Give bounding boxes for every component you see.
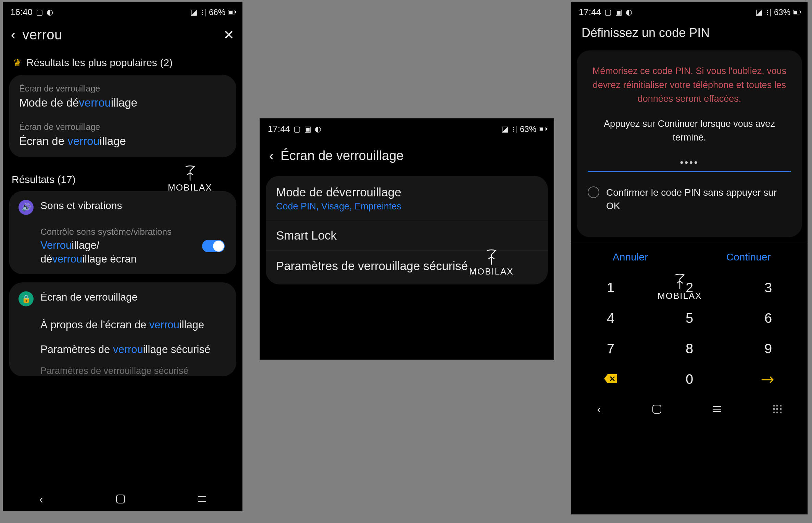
confirm-without-ok-option[interactable]: Confirmer le code PIN sans appuyer sur O… [586,184,792,230]
key-8[interactable]: 8 [650,333,729,364]
radio-icon [588,186,599,198]
popular-result-2[interactable]: Écran de verrouillage Écran de verrouill… [9,116,236,154]
group-header-lockscreen[interactable]: 🔒 Écran de verrouillage [9,285,236,313]
result-group-sounds: 🔊 Sons et vibrations Contrôle sons systè… [9,191,236,275]
key-7[interactable]: 7 [571,333,650,364]
status-messenger-icon: ◐ [47,8,53,17]
search-header: ‹ verrou ✕ [3,21,242,53]
sub-item-title: À propos de l'écran de verrouillage [40,318,227,332]
menu-secure-lock-settings[interactable]: Paramètres de verrouillage sécurisé [266,251,548,281]
key-0[interactable]: 0 [650,364,729,394]
status-time: 17:44 [268,124,290,134]
status-image-icon: ▢ [604,8,612,17]
battery-icon [228,10,235,14]
pin-entry-card: Mémorisez ce code PIN. Si vous l'oubliez… [577,50,802,237]
search-input[interactable]: verrou [22,27,216,42]
status-voicemail-icon: ▣ [615,8,622,17]
action-row: Annuler Continuer [571,243,808,271]
signal-icon: ⫶| [200,8,206,17]
sub-item-title: Verrouillage/ déverrouillage écran [40,239,227,266]
wifi-icon: ◪ [501,125,509,134]
secure-lock-settings-item[interactable]: Paramètres de verrouillage sécurisé [9,337,236,362]
page-title: Écran de verrouillage [280,148,403,163]
lock-icon: 🔒 [18,291,34,306]
cancel-button[interactable]: Annuler [571,243,689,271]
clear-search-icon[interactable]: ✕ [223,27,234,42]
result-group-lockscreen: 🔒 Écran de verrouillage À propos de l'éc… [9,282,236,376]
nav-home[interactable] [652,405,661,414]
status-messenger-icon: ◐ [315,125,321,134]
menu-item-title: Smart Lock [276,229,538,242]
menu-item-subtitle: Code PIN, Visage, Empreintes [276,201,538,212]
group-header-label: Sons et vibrations [40,200,227,211]
menu-item-title: Paramètres de verrouillage sécurisé [276,259,538,273]
status-battery-pct: 63% [774,8,790,17]
back-icon[interactable]: ‹ [269,148,274,163]
popular-results-card: Écran de verrouillage Mode de déverrouil… [9,75,236,157]
backspace-icon [603,374,618,384]
key-6[interactable]: 6 [729,303,808,333]
numeric-keypad: 1 2 3 4 5 6 7 8 9 0 [571,272,808,394]
radio-label: Confirmer le code PIN sans appuyer sur O… [606,186,791,212]
page-title: Définissez un code PIN [571,21,808,50]
nav-back[interactable]: ‹ [597,402,601,416]
signal-icon: ⫶| [765,8,771,17]
wifi-icon: ◪ [190,8,198,17]
crown-icon: ♛ [13,57,22,69]
status-battery-pct: 63% [520,124,536,134]
result-eyebrow: Écran de verrouillage [19,84,226,94]
menu-smart-lock[interactable]: Smart Lock [266,220,548,251]
key-4[interactable]: 4 [571,303,650,333]
faded-cutoff-item: Paramètres de verrouillage sécurisé [9,362,236,376]
sub-item-title: Paramètres de verrouillage sécurisé [40,343,227,356]
nav-recents[interactable] [198,496,206,502]
result-title: Écran de verrouillage [19,134,226,148]
continue-button[interactable]: Continuer [689,243,808,271]
arrow-right-icon [761,376,775,384]
menu-item-title: Mode de déverrouillage [276,185,538,199]
page-header: ‹ Écran de verrouillage [260,138,553,176]
nav-keyboard-switch[interactable] [773,405,782,414]
status-battery-pct: 66% [209,8,225,17]
status-time: 16:40 [10,7,33,17]
status-bar: 17:44 ▢ ▣ ◐ ◪ ⫶| 63% [260,119,553,138]
status-image-icon: ▢ [36,8,43,17]
group-header-sounds[interactable]: 🔊 Sons et vibrations [9,194,236,221]
pin-warning-text: Mémorisez ce code PIN. Si vous l'oubliez… [586,64,792,106]
nav-bar: ‹ [3,487,242,511]
screenshot-set-pin: 17:44 ▢ ▣ ◐ ◪ ⫶| 63% Définissez un code … [571,2,808,514]
popular-heading-label: Résultats les plus populaires (2) [26,57,173,69]
nav-recents[interactable] [713,406,721,412]
nav-back[interactable]: ‹ [39,492,43,506]
status-voicemail-icon: ▣ [304,125,311,134]
nav-home[interactable] [116,495,125,503]
result-eyebrow: Écran de verrouillage [19,122,226,132]
popular-heading: ♛ Résultats les plus populaires (2) [3,53,242,75]
status-bar: 16:40 ▢ ◐ ◪ ⫶| 66% [3,2,242,21]
sound-lock-toggle-item[interactable]: Contrôle sons système/vibrations Verroui… [9,221,236,272]
key-2[interactable]: 2 [650,272,729,303]
key-9[interactable]: 9 [729,333,808,364]
sound-lock-toggle[interactable] [202,240,225,252]
sub-item-eyebrow: Contrôle sons système/vibrations [40,227,227,237]
back-icon[interactable]: ‹ [11,27,15,42]
result-title: Mode de déverrouillage [19,96,226,110]
key-3[interactable]: 3 [729,272,808,303]
key-submit[interactable] [729,364,808,394]
pin-instruction-text: Appuyez sur Continuer lorsque vous avez … [586,117,792,145]
status-bar: 17:44 ▢ ▣ ◐ ◪ ⫶| 63% [571,2,808,21]
key-5[interactable]: 5 [650,303,729,333]
menu-unlock-mode[interactable]: Mode de déverrouillage Code PIN, Visage,… [266,177,548,220]
wifi-icon: ◪ [755,8,763,17]
popular-result-1[interactable]: Écran de verrouillage Mode de déverrouil… [9,77,236,116]
key-backspace[interactable] [571,364,650,394]
pin-input[interactable]: •••• [588,157,791,172]
screenshot-search-settings: 16:40 ▢ ◐ ◪ ⫶| 66% ‹ verrou ✕ ♛ Résultat… [3,2,242,511]
key-1[interactable]: 1 [571,272,650,303]
about-lockscreen-item[interactable]: À propos de l'écran de verrouillage [9,313,236,337]
status-image-icon: ▢ [293,125,301,134]
results-heading: Résultats (17) [3,166,242,191]
group-header-label: Écran de verrouillage [40,291,227,303]
status-time: 17:44 [579,7,601,17]
battery-icon [539,127,546,131]
